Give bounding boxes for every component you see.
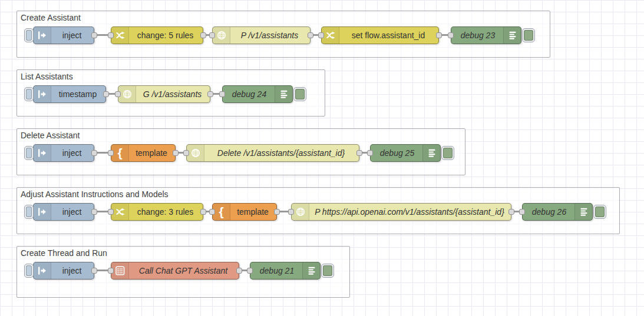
node-http-request[interactable]: P /v1/assistants [212,26,311,44]
node-label: Delete /v1/assistants/{assistant_id} [204,145,358,161]
port-out[interactable] [356,150,362,156]
port-in[interactable] [288,209,294,215]
node-label: change: 3 rules [129,204,202,220]
node-label: set flow.assistant_id [339,27,437,44]
node-label: debug 21 [252,262,302,279]
inject-button[interactable] [24,146,34,160]
port-out[interactable] [274,209,280,215]
node-template[interactable]: {template [111,144,176,162]
node-label: template [129,145,174,161]
shuffle-icon [322,27,339,44]
port-in[interactable] [219,91,225,97]
port-out[interactable] [308,32,313,38]
node-label: debug 25 [372,145,422,161]
debug-lines-icon [574,204,592,220]
node-debug[interactable]: debug 23 [451,26,521,44]
port-out[interactable] [91,150,97,156]
port-out[interactable] [200,209,206,215]
flow-canvas[interactable]: Create Assistantinjectchange: 5 rulesP /… [0,0,644,316]
debug-toggle-button[interactable] [321,264,334,278]
port-in[interactable] [209,32,215,38]
port-in[interactable] [108,209,114,215]
group-label: Create Thread and Run [17,247,111,260]
inject-button-chip [26,265,32,276]
node-label: inject [51,262,93,279]
node-debug[interactable]: debug 21 [250,262,321,280]
node-change[interactable]: change: 3 rules [111,203,203,221]
port-in[interactable] [108,268,114,274]
debug-toggle-button[interactable] [522,28,535,42]
node-label: Call Chat GPT Assistant [129,262,237,279]
node-inject[interactable]: inject [33,203,94,221]
port-in[interactable] [247,268,253,274]
brace-icon: { [213,204,230,220]
port-out[interactable] [91,32,97,38]
port-in[interactable] [519,209,525,215]
inject-button[interactable] [24,87,34,101]
group-label: Delete Assistant [17,129,83,142]
subflow-icon [111,262,129,279]
node-label: P https://api.openai.com/v1/assistants/{… [309,204,510,220]
debug-toggle-chip [295,89,305,99]
port-in[interactable] [318,32,324,38]
debug-toggle-button[interactable] [593,205,606,219]
port-in[interactable] [448,32,454,38]
port-out[interactable] [200,32,206,38]
globe-icon [213,27,230,44]
node-inject[interactable]: inject [33,144,94,162]
debug-lines-icon [275,86,292,102]
port-out[interactable] [173,150,179,156]
node-label: debug 24 [224,86,275,102]
inject-arrow-icon [34,145,51,161]
globe-icon [118,86,136,102]
node-debug[interactable]: debug 26 [522,203,593,221]
node-change[interactable]: set flow.assistant_id [321,26,439,44]
port-in[interactable] [108,150,114,156]
port-out[interactable] [91,268,97,274]
node-label: G /v1/assistants [136,86,209,102]
node-subflow[interactable]: Call Chat GPT Assistant [111,262,239,280]
inject-button[interactable] [24,205,34,219]
debug-toggle-button[interactable] [441,146,454,160]
node-template[interactable]: {template [212,203,277,221]
port-out[interactable] [236,268,242,274]
node-http-request[interactable]: G /v1/assistants [118,85,210,103]
inject-arrow-icon [34,262,51,279]
node-inject[interactable]: timestamp [33,85,106,103]
port-in[interactable] [367,150,373,156]
shuffle-icon [111,27,129,44]
inject-arrow-icon [34,204,51,220]
node-inject[interactable]: inject [33,262,94,280]
node-debug[interactable]: debug 24 [222,85,293,103]
debug-lines-icon [302,262,320,279]
node-debug[interactable]: debug 25 [370,144,441,162]
node-http-request[interactable]: Delete /v1/assistants/{assistant_id} [186,144,359,162]
port-out[interactable] [508,209,514,215]
group-label: Create Assistant [17,11,84,24]
inject-button[interactable] [24,28,34,42]
port-out[interactable] [207,91,213,97]
inject-arrow-icon [34,86,51,102]
globe-icon [187,145,204,161]
debug-lines-icon [503,27,521,44]
port-in[interactable] [108,32,114,38]
group-label: Adjust Assistant Instructions and Models [17,188,172,201]
debug-toggle-chip [443,148,453,158]
brace-icon: { [111,145,129,161]
node-label: debug 26 [524,204,574,220]
port-in[interactable] [115,91,121,97]
node-label: change: 5 rules [129,27,202,44]
port-out[interactable] [103,91,109,97]
port-out[interactable] [91,209,97,215]
inject-button[interactable] [24,264,34,278]
node-inject[interactable]: inject [33,26,94,44]
port-out[interactable] [436,32,442,38]
node-http-request[interactable]: P https://api.openai.com/v1/assistants/{… [291,203,511,221]
globe-icon [292,204,309,220]
node-change[interactable]: change: 5 rules [111,26,203,44]
port-in[interactable] [183,150,189,156]
port-in[interactable] [209,209,215,215]
debug-toggle-button[interactable] [293,87,306,101]
node-label: inject [51,27,93,44]
node-label: inject [51,145,93,161]
